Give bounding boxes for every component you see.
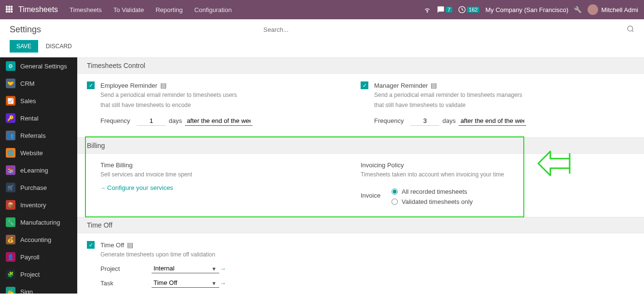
avatar — [588, 4, 598, 15]
activity-icon[interactable]: 162 — [458, 6, 479, 13]
employee-reminder-checkbox[interactable]: ✓ — [87, 81, 95, 89]
apps-icon[interactable] — [6, 6, 14, 13]
messages-badge: 7 — [446, 7, 452, 13]
svg-point-2 — [628, 26, 633, 31]
box-icon: 📦 — [6, 200, 15, 210]
puzzle-icon: 🧩 — [6, 269, 15, 279]
invoicing-policy-desc: Timesheets taken into account when invoi… — [361, 171, 504, 179]
people-icon: 👥 — [6, 131, 15, 140]
doc-icon[interactable]: ▤ — [127, 241, 133, 249]
employee-freq-input[interactable] — [137, 116, 166, 126]
company-switcher[interactable]: My Company (San Francisco) — [485, 6, 568, 13]
debug-icon[interactable] — [574, 6, 582, 13]
doc-icon[interactable]: ▤ — [160, 81, 167, 89]
sidebar-item-purchase[interactable]: 🛒Purchase — [0, 179, 77, 196]
sign-icon: ✍ — [6, 287, 15, 294]
nav-timesheets[interactable]: Timesheets — [70, 6, 102, 13]
sidebar-item-label: eLearning — [20, 167, 48, 174]
person-icon: 👤 — [6, 252, 15, 262]
sidebar-item-payroll[interactable]: 👤Payroll — [0, 248, 77, 266]
action-bar: SAVE DISCARD — [0, 37, 644, 57]
sidebar-item-general[interactable]: ⚙General Settings — [0, 57, 77, 75]
time-billing-desc: Sell services and invoice time spent — [100, 171, 192, 179]
globe-icon: 🌐 — [6, 148, 15, 158]
manager-reminder-desc2: that still have timesheets to validate — [374, 101, 526, 109]
save-button[interactable]: SAVE — [10, 40, 38, 53]
task-select[interactable] — [152, 278, 219, 288]
section-timesheets-control: Timesheets Control — [77, 57, 644, 74]
sidebar-item-label: Website — [20, 149, 43, 157]
invoice-label: Invoice — [361, 192, 388, 199]
sidebar-item-label: Purchase — [20, 184, 47, 191]
sidebar-item-sign[interactable]: ✍Sign — [0, 283, 77, 294]
project-select[interactable] — [152, 264, 219, 273]
page-title: Settings — [10, 25, 41, 35]
sidebar-item-label: Manufacturing — [20, 219, 60, 226]
topbar: Timesheets Timesheets To Validate Report… — [0, 0, 644, 19]
timeoff-label: Time Off — [100, 241, 124, 249]
search-icon[interactable] — [627, 25, 634, 34]
sidebar-item-manufacturing[interactable]: 🔧Manufacturing — [0, 214, 77, 231]
app-title: Timesheets — [18, 5, 58, 14]
sidebar-item-label: Referrals — [20, 132, 46, 139]
unit-label: days — [442, 117, 455, 124]
subheader: Settings — [0, 19, 644, 37]
nav-configuration[interactable]: Configuration — [195, 6, 232, 13]
external-link-icon[interactable]: → — [220, 280, 226, 287]
section-timeoff: Time Off — [77, 217, 644, 233]
manager-reminder-desc1: Send a periodical email reminder to time… — [374, 91, 526, 99]
radio-opt2-label: Validated timesheets only — [402, 198, 473, 205]
cart-icon: 🛒 — [6, 183, 15, 192]
manager-reminder-checkbox[interactable]: ✓ — [361, 81, 368, 89]
activity-badge: 162 — [467, 7, 479, 13]
employee-reminder-desc2: that still have timesheets to encode — [100, 101, 252, 109]
manager-freq-input[interactable] — [410, 116, 439, 126]
timeoff-checkbox[interactable]: ✓ — [87, 241, 95, 249]
employee-reminder-label: Employee Reminder — [100, 82, 157, 89]
employee-timing-select[interactable] — [185, 116, 252, 126]
sidebar-item-label: Rental — [20, 115, 39, 122]
invoicing-policy-label: Invoicing Policy — [361, 161, 504, 169]
money-icon: 💰 — [6, 235, 15, 244]
sidebar-item-website[interactable]: 🌐Website — [0, 144, 77, 161]
settings-content: Timesheets Control ✓ Employee Reminder▤ … — [77, 57, 644, 294]
sidebar-item-project[interactable]: 🧩Project — [0, 266, 77, 283]
messages-icon[interactable]: 7 — [437, 6, 452, 13]
manager-reminder-label: Manager Reminder — [374, 82, 428, 89]
unit-label: days — [168, 117, 182, 124]
configure-services-link[interactable]: Configure your services — [100, 184, 173, 191]
sidebar-item-sales[interactable]: 📈Sales — [0, 92, 77, 109]
project-label: Project — [100, 265, 149, 272]
user-menu[interactable]: Mitchell Admi — [588, 4, 638, 15]
sidebar-item-elearning[interactable]: 📚eLearning — [0, 161, 77, 179]
search-input[interactable] — [262, 24, 406, 35]
section-billing: Billing — [77, 137, 644, 154]
sidebar-item-label: Payroll — [20, 254, 40, 261]
settings-sidebar: ⚙General Settings 🤝CRM 📈Sales 🔑Rental 👥R… — [0, 57, 77, 294]
time-billing-label: Time Billing — [100, 161, 192, 169]
sidebar-item-inventory[interactable]: 📦Inventory — [0, 196, 77, 214]
book-icon: 📚 — [6, 165, 15, 175]
sidebar-item-label: Sign — [20, 288, 33, 294]
sidebar-item-label: CRM — [20, 80, 35, 87]
nav-reporting[interactable]: Reporting — [155, 6, 182, 13]
sidebar-item-label: Inventory — [20, 201, 46, 209]
key-icon: 🔑 — [6, 113, 15, 123]
sidebar-item-accounting[interactable]: 💰Accounting — [0, 231, 77, 248]
sidebar-item-rental[interactable]: 🔑Rental — [0, 109, 77, 127]
discard-button[interactable]: DISCARD — [44, 40, 74, 53]
sidebar-item-referrals[interactable]: 👥Referrals — [0, 127, 77, 144]
sidebar-item-label: Project — [20, 271, 40, 278]
external-link-icon[interactable]: → — [220, 265, 226, 272]
radio-validated-only[interactable] — [392, 199, 398, 205]
radio-all-recorded[interactable] — [392, 188, 398, 195]
doc-icon[interactable]: ▤ — [431, 81, 437, 89]
nav-to-validate[interactable]: To Validate — [113, 6, 144, 13]
wrench-icon: 🔧 — [6, 217, 15, 227]
wifi-icon[interactable] — [423, 6, 431, 13]
sidebar-item-label: General Settings — [20, 63, 67, 70]
sidebar-item-crm[interactable]: 🤝CRM — [0, 75, 77, 92]
svg-line-3 — [632, 30, 633, 32]
employee-reminder-desc1: Send a periodical email reminder to time… — [100, 91, 252, 99]
manager-timing-select[interactable] — [459, 116, 526, 126]
